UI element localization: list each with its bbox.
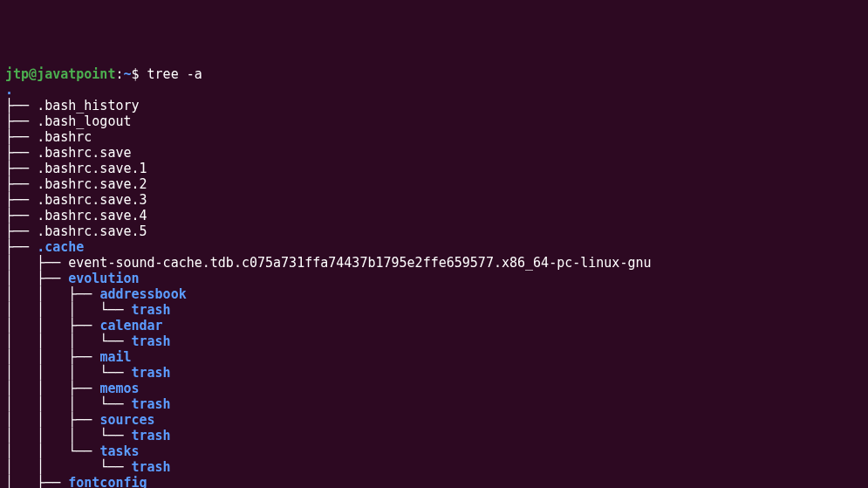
tree-branch: │ │ │ └── [5,302,132,318]
prompt-path: ~ [123,66,131,82]
terminal-output: jtp@javatpoint:~$ tree -a . ├── .bash_hi… [5,66,863,488]
tree-branch: │ │ ├── [5,318,99,333]
tree-entry: trash [132,396,171,412]
tree-entry: addressbook [99,286,186,302]
tree-root: . [5,82,13,98]
tree-entry: fontconfig [68,475,147,488]
tree-branch: ├── [5,98,37,113]
tree-branch: ├── [5,208,37,223]
prompt-dollar: $ [132,66,140,82]
tree-branch: ├── [5,145,37,161]
prompt-at: @ [29,66,37,82]
tree-branch: │ ├── [5,475,68,488]
tree-branch: │ ├── [5,255,68,271]
tree-entry: trash [132,365,171,381]
tree-entry: .bashrc.save.1 [37,161,147,176]
prompt-user: jtp [5,66,29,82]
tree-entry: .bashrc.save.5 [37,223,147,239]
tree-branch: │ │ │ └── [5,365,132,381]
tree-entry: .bash_logout [37,113,131,129]
tree-entry: .bash_history [37,98,139,113]
tree-listing: ├── .bash_history ├── .bash_logout ├── .… [5,98,863,488]
tree-entry: trash [132,459,171,475]
tree-branch: ├── [5,161,37,176]
tree-entry: .cache [37,239,84,255]
tree-branch: │ │ ├── [5,381,99,396]
tree-branch: ├── [5,176,37,192]
tree-entry: mail [99,349,131,365]
tree-branch: │ │ │ └── [5,396,132,412]
tree-branch: │ │ │ └── [5,428,132,443]
tree-branch: │ │ ├── [5,286,99,302]
tree-entry: sources [99,412,154,428]
tree-branch: │ │ │ └── [5,333,132,349]
tree-entry: .bashrc [37,129,92,145]
tree-entry: trash [132,333,171,349]
prompt-line: jtp@javatpoint:~$ tree -a [5,66,202,82]
tree-entry: .bashrc.save.3 [37,192,147,208]
tree-entry: calendar [99,318,162,333]
prompt-host: javatpoint [37,66,115,82]
tree-entry: evolution [68,271,139,286]
tree-branch: ├── [5,223,37,239]
tree-branch: │ │ ├── [5,412,99,428]
tree-branch: ├── [5,192,37,208]
tree-branch: │ ├── [5,271,68,286]
tree-branch: ├── [5,239,37,255]
tree-entry: event-sound-cache.tdb.c075a731ffa74437b1… [68,255,651,271]
tree-entry: memos [99,381,139,396]
tree-branch: ├── [5,113,37,129]
tree-branch: │ │ ├── [5,349,99,365]
tree-entry: .bashrc.save.4 [37,208,147,223]
tree-entry: trash [132,428,171,443]
tree-branch: ├── [5,129,37,145]
tree-entry: trash [132,302,171,318]
tree-entry: .bashrc.save.2 [37,176,147,192]
command-text[interactable]: tree -a [147,66,202,82]
tree-entry: tasks [99,443,139,459]
tree-branch: │ │ └── [5,459,132,475]
tree-branch: │ │ └── [5,443,99,459]
tree-entry: .bashrc.save [37,145,131,161]
